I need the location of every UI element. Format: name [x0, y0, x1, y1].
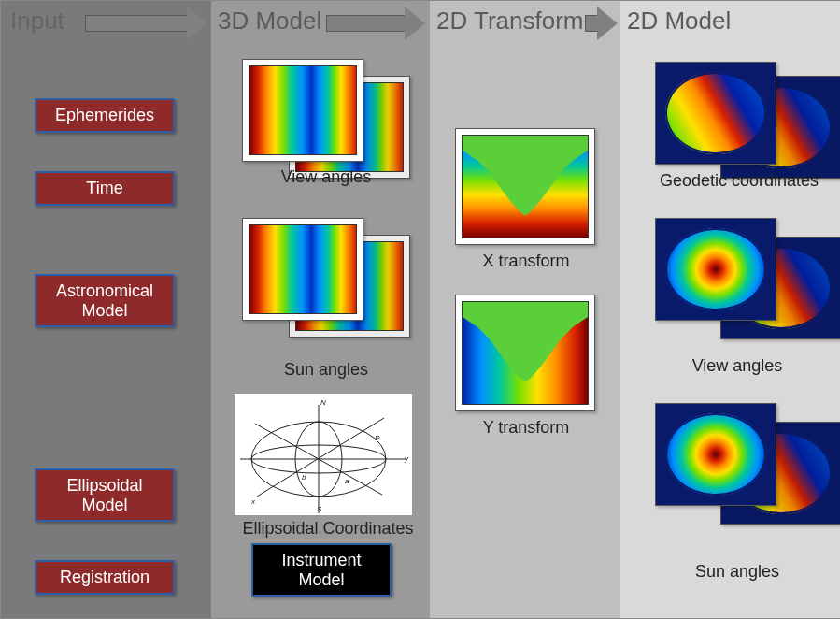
svg-text:S: S: [317, 505, 322, 513]
input-astronomical-model: Astronomical Model: [35, 274, 175, 327]
svg-text:P: P: [375, 434, 380, 442]
input-ellipsoidal-model: Ellipsoidal Model: [35, 468, 175, 522]
plot-2d-sun-angles-front: [655, 403, 776, 506]
ellipsoidal-sketch: N y x P a b S: [235, 394, 412, 515]
caption-3d-sun-angles: Sun angles: [233, 360, 420, 380]
plot-2d-view-angles-front: [655, 218, 776, 321]
caption-2d-view-angles: View angles: [644, 356, 831, 376]
arrow-input-to-3d: [85, 7, 207, 40]
caption-x-transform: X transform: [433, 252, 619, 271]
header-3d-model: 3D Model: [218, 7, 321, 36]
svg-text:a: a: [345, 477, 349, 485]
svg-text:N: N: [320, 398, 326, 407]
plot-2d-geodetic-front: [655, 62, 776, 165]
svg-text:b: b: [302, 473, 306, 482]
input-ephemerides: Ephemerides: [35, 98, 175, 133]
pipeline-diagram: Input 3D Model 2D Transform 2D Model Eph…: [0, 0, 840, 619]
header-input: Input: [10, 7, 64, 36]
plot-x-transform: [455, 128, 595, 245]
arrow-3d-to-2dtransform: [326, 7, 425, 40]
caption-2d-geodetic: Geodetic coordinates: [636, 171, 840, 191]
svg-text:x: x: [250, 497, 256, 506]
caption-3d-view-angles: View angles: [233, 167, 420, 187]
caption-2d-sun-angles: Sun angles: [644, 562, 831, 582]
svg-text:y: y: [404, 454, 409, 463]
arrow-2dtransform-to-2dmodel: [585, 7, 618, 40]
input-registration: Registration: [35, 560, 175, 595]
header-2d-model: 2D Model: [627, 7, 731, 36]
instrument-model-box: Instrument Model: [251, 543, 392, 597]
caption-ellipsoidal-coords: Ellipsoidal Coordinates: [225, 519, 431, 539]
caption-y-transform: Y transform: [433, 418, 619, 438]
plot-3d-view-angles-front: [242, 59, 363, 162]
plot-3d-sun-angles-front: [242, 218, 363, 321]
input-time: Time: [35, 171, 175, 206]
plot-y-transform: [455, 295, 595, 411]
header-2d-transform: 2D Transform: [436, 7, 584, 36]
